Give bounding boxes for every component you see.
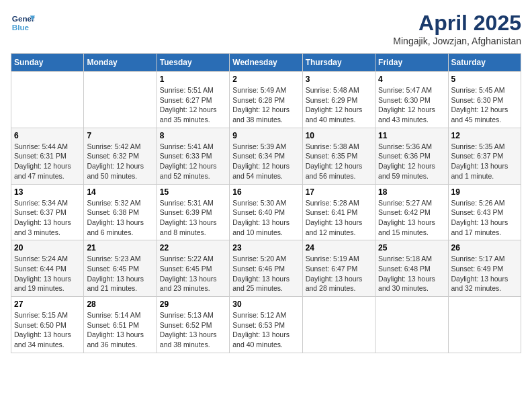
day-number: 8: [160, 131, 226, 140]
day-info: Sunrise: 5:18 AMSunset: 6:48 PMDaylight:…: [378, 254, 445, 293]
day-number: 4: [378, 75, 445, 84]
day-number: 6: [14, 131, 81, 140]
day-info: Sunrise: 5:17 AMSunset: 6:49 PMDaylight:…: [451, 254, 518, 293]
day-info: Sunrise: 5:31 AMSunset: 6:39 PMDaylight:…: [160, 198, 226, 238]
svg-text:Blue: Blue: [12, 23, 30, 32]
day-info: Sunrise: 5:48 AMSunset: 6:29 PMDaylight:…: [306, 85, 372, 125]
calendar-cell: 6Sunrise: 5:44 AMSunset: 6:31 PMDaylight…: [11, 128, 84, 184]
day-number: 5: [451, 75, 518, 84]
weekday-header: Monday: [84, 54, 157, 72]
day-info: Sunrise: 5:49 AMSunset: 6:28 PMDaylight:…: [232, 85, 299, 125]
calendar-cell: 15Sunrise: 5:31 AMSunset: 6:39 PMDayligh…: [157, 184, 229, 240]
calendar-cell: 26Sunrise: 5:17 AMSunset: 6:49 PMDayligh…: [448, 240, 521, 297]
day-number: 17: [306, 187, 372, 197]
weekday-header: Saturday: [448, 54, 521, 72]
day-number: 19: [451, 187, 518, 197]
day-number: 29: [160, 300, 226, 309]
day-number: 15: [160, 187, 226, 197]
calendar-cell: 4Sunrise: 5:47 AMSunset: 6:30 PMDaylight…: [375, 72, 448, 128]
day-number: 22: [160, 243, 226, 253]
day-info: Sunrise: 5:47 AMSunset: 6:30 PMDaylight:…: [378, 85, 445, 125]
day-info: Sunrise: 5:30 AMSunset: 6:40 PMDaylight:…: [232, 198, 299, 238]
calendar-cell: 24Sunrise: 5:19 AMSunset: 6:47 PMDayligh…: [302, 240, 375, 297]
weekday-header: Sunday: [11, 54, 84, 72]
calendar-cell: 2Sunrise: 5:49 AMSunset: 6:28 PMDaylight…: [230, 72, 302, 128]
day-number: 1: [160, 75, 226, 84]
calendar-cell: 12Sunrise: 5:35 AMSunset: 6:37 PMDayligh…: [448, 128, 521, 184]
day-number: 12: [451, 131, 518, 140]
day-info: Sunrise: 5:12 AMSunset: 6:53 PMDaylight:…: [232, 310, 299, 350]
logo: General Blue: [11, 11, 35, 35]
calendar-cell: 18Sunrise: 5:27 AMSunset: 6:42 PMDayligh…: [375, 184, 448, 240]
day-info: Sunrise: 5:35 AMSunset: 6:37 PMDaylight:…: [451, 142, 518, 181]
calendar-cell: 5Sunrise: 5:45 AMSunset: 6:30 PMDaylight…: [448, 72, 521, 128]
day-number: 20: [14, 243, 81, 253]
calendar-cell: 16Sunrise: 5:30 AMSunset: 6:40 PMDayligh…: [230, 184, 302, 240]
calendar-cell: 17Sunrise: 5:28 AMSunset: 6:41 PMDayligh…: [302, 184, 375, 240]
calendar-cell: 9Sunrise: 5:39 AMSunset: 6:34 PMDaylight…: [230, 128, 302, 184]
day-info: Sunrise: 5:23 AMSunset: 6:45 PMDaylight:…: [87, 254, 153, 293]
day-number: 10: [306, 131, 372, 140]
calendar-cell: 29Sunrise: 5:13 AMSunset: 6:52 PMDayligh…: [157, 297, 229, 353]
day-number: 14: [87, 187, 153, 197]
day-info: Sunrise: 5:24 AMSunset: 6:44 PMDaylight:…: [14, 254, 81, 293]
day-number: 28: [87, 300, 153, 309]
calendar-cell: 28Sunrise: 5:14 AMSunset: 6:51 PMDayligh…: [84, 297, 157, 353]
weekday-header: Tuesday: [157, 54, 229, 72]
day-number: 18: [378, 187, 445, 197]
day-number: 11: [378, 131, 445, 140]
day-info: Sunrise: 5:44 AMSunset: 6:31 PMDaylight:…: [14, 142, 81, 181]
day-number: 26: [451, 243, 518, 253]
weekday-header: Wednesday: [230, 54, 302, 72]
calendar-cell: 27Sunrise: 5:15 AMSunset: 6:50 PMDayligh…: [11, 297, 84, 353]
day-info: Sunrise: 5:20 AMSunset: 6:46 PMDaylight:…: [232, 254, 299, 293]
day-info: Sunrise: 5:27 AMSunset: 6:42 PMDaylight:…: [378, 198, 445, 238]
day-info: Sunrise: 5:15 AMSunset: 6:50 PMDaylight:…: [14, 310, 81, 350]
day-info: Sunrise: 5:42 AMSunset: 6:32 PMDaylight:…: [87, 142, 153, 181]
calendar-table: SundayMondayTuesdayWednesdayThursdayFrid…: [11, 53, 521, 353]
calendar-cell: 14Sunrise: 5:32 AMSunset: 6:38 PMDayligh…: [84, 184, 157, 240]
calendar-cell: 19Sunrise: 5:26 AMSunset: 6:43 PMDayligh…: [448, 184, 521, 240]
day-info: Sunrise: 5:28 AMSunset: 6:41 PMDaylight:…: [306, 198, 372, 238]
day-number: 30: [232, 300, 299, 309]
day-number: 3: [306, 75, 372, 84]
day-number: 16: [232, 187, 299, 197]
calendar-cell: 23Sunrise: 5:20 AMSunset: 6:46 PMDayligh…: [230, 240, 302, 297]
day-number: 23: [232, 243, 299, 253]
title-block: April 2025 Mingajik, Jowzjan, Afghanista…: [393, 11, 521, 46]
calendar-cell: 30Sunrise: 5:12 AMSunset: 6:53 PMDayligh…: [230, 297, 302, 353]
weekday-header: Thursday: [302, 54, 375, 72]
day-number: 7: [87, 131, 153, 140]
day-number: 9: [232, 131, 299, 140]
calendar-cell: [302, 297, 375, 353]
calendar-cell: [375, 297, 448, 353]
day-info: Sunrise: 5:39 AMSunset: 6:34 PMDaylight:…: [232, 142, 299, 181]
calendar-subtitle: Mingajik, Jowzjan, Afghanistan: [393, 36, 521, 46]
day-info: Sunrise: 5:34 AMSunset: 6:37 PMDaylight:…: [14, 198, 81, 238]
calendar-cell: [448, 297, 521, 353]
calendar-cell: 11Sunrise: 5:36 AMSunset: 6:36 PMDayligh…: [375, 128, 448, 184]
calendar-cell: 8Sunrise: 5:41 AMSunset: 6:33 PMDaylight…: [157, 128, 229, 184]
day-info: Sunrise: 5:32 AMSunset: 6:38 PMDaylight:…: [87, 198, 153, 238]
day-info: Sunrise: 5:13 AMSunset: 6:52 PMDaylight:…: [160, 310, 226, 350]
day-number: 2: [232, 75, 299, 84]
day-number: 13: [14, 187, 81, 197]
calendar-title: April 2025: [393, 11, 521, 36]
day-info: Sunrise: 5:14 AMSunset: 6:51 PMDaylight:…: [87, 310, 153, 350]
weekday-header: Friday: [375, 54, 448, 72]
calendar-cell: 1Sunrise: 5:51 AMSunset: 6:27 PMDaylight…: [157, 72, 229, 128]
logo-icon: General Blue: [11, 11, 35, 35]
day-info: Sunrise: 5:36 AMSunset: 6:36 PMDaylight:…: [378, 142, 445, 181]
day-info: Sunrise: 5:19 AMSunset: 6:47 PMDaylight:…: [306, 254, 372, 293]
day-info: Sunrise: 5:26 AMSunset: 6:43 PMDaylight:…: [451, 198, 518, 238]
calendar-cell: 20Sunrise: 5:24 AMSunset: 6:44 PMDayligh…: [11, 240, 84, 297]
calendar-cell: 25Sunrise: 5:18 AMSunset: 6:48 PMDayligh…: [375, 240, 448, 297]
calendar-cell: 21Sunrise: 5:23 AMSunset: 6:45 PMDayligh…: [84, 240, 157, 297]
calendar-cell: 10Sunrise: 5:38 AMSunset: 6:35 PMDayligh…: [302, 128, 375, 184]
calendar-cell: 13Sunrise: 5:34 AMSunset: 6:37 PMDayligh…: [11, 184, 84, 240]
day-info: Sunrise: 5:38 AMSunset: 6:35 PMDaylight:…: [306, 142, 372, 181]
calendar-cell: [11, 72, 84, 128]
day-number: 25: [378, 243, 445, 253]
day-info: Sunrise: 5:51 AMSunset: 6:27 PMDaylight:…: [160, 85, 226, 125]
svg-text:General: General: [12, 14, 35, 23]
